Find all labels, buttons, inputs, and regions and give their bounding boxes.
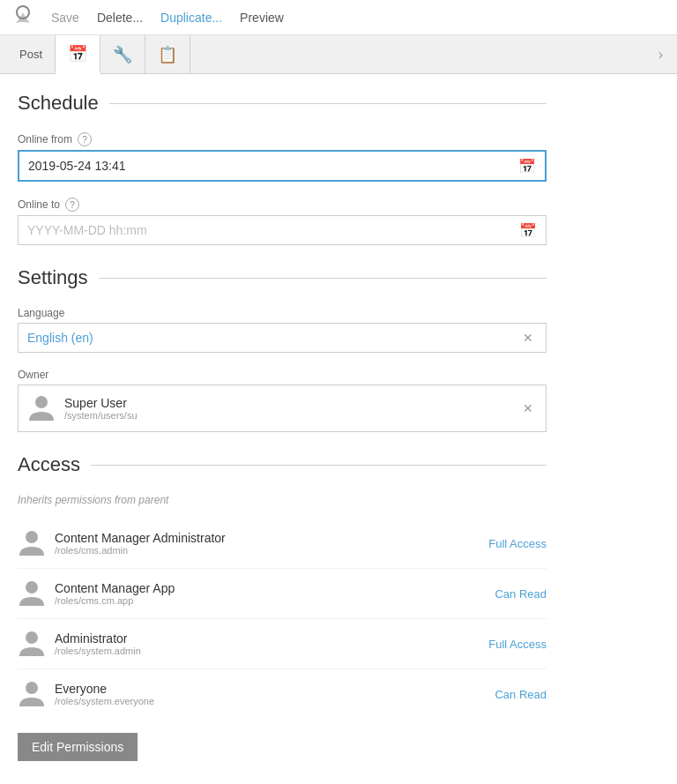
owner-clear-icon[interactable]: ✕ <box>519 401 537 415</box>
owner-label: Owner <box>18 369 547 381</box>
delete-button[interactable]: Delete... <box>88 7 152 28</box>
top-toolbar: Save Delete... Duplicate... Preview <box>0 0 677 35</box>
clipboard-tab-icon: 📋 <box>158 45 177 64</box>
svg-point-3 <box>26 581 38 594</box>
access-permission: Full Access <box>458 537 547 550</box>
access-section-line <box>91 465 547 466</box>
access-inherit-note: Inherits permissions from parent <box>18 494 547 506</box>
access-title: Access <box>18 453 80 476</box>
access-permission: Can Read <box>458 688 547 701</box>
access-row: Administrator /roles/system.admin Full A… <box>18 619 547 669</box>
online-to-input[interactable] <box>19 216 510 244</box>
calendar-tab-icon: 📅 <box>68 44 87 63</box>
preview-button[interactable]: Preview <box>231 7 293 28</box>
access-user-icon <box>18 628 46 660</box>
online-to-label: Online to ? <box>18 198 547 212</box>
online-from-label: Online from ? <box>18 132 547 146</box>
access-section-header: Access <box>18 453 547 476</box>
owner-group: Owner Super User /system/users/su ✕ <box>18 369 547 432</box>
svg-point-1 <box>35 396 48 408</box>
online-from-input[interactable] <box>19 152 510 180</box>
online-to-input-wrapper: 📅 <box>18 215 547 245</box>
language-value: English (en) <box>27 331 519 345</box>
access-user-path: /roles/cms.cm.app <box>55 595 458 606</box>
access-row: Content Manager Administrator /roles/cms… <box>18 519 547 569</box>
wrench-tab-icon: 🔧 <box>113 45 132 64</box>
save-button[interactable]: Save <box>42 7 88 28</box>
language-select-wrapper: English (en) ✕ <box>18 323 547 353</box>
settings-section-header: Settings <box>18 266 547 289</box>
duplicate-button[interactable]: Duplicate... <box>152 7 231 28</box>
settings-section-line <box>99 278 547 279</box>
settings-title: Settings <box>18 266 88 289</box>
language-label: Language <box>18 307 547 319</box>
access-user-path: /roles/cms.admin <box>55 545 458 556</box>
post-label: Post <box>19 48 42 61</box>
online-to-calendar-icon[interactable]: 📅 <box>510 217 546 244</box>
tab-clipboard[interactable]: 📋 <box>145 35 190 74</box>
schedule-section-line <box>109 103 547 104</box>
owner-wrapper: Super User /system/users/su ✕ <box>18 385 547 432</box>
language-clear-icon[interactable]: ✕ <box>519 331 537 345</box>
owner-name: Super User <box>64 396 519 410</box>
access-row: Everyone /roles/system.everyone Can Read <box>18 669 547 719</box>
access-user-info: Everyone /roles/system.everyone <box>55 682 458 706</box>
access-user-info: Content Manager Administrator /roles/cms… <box>55 531 458 556</box>
schedule-title: Schedule <box>18 92 99 115</box>
collapse-icon[interactable]: › <box>658 47 670 63</box>
access-user-info: Content Manager App /roles/cms.cm.app <box>55 581 458 606</box>
online-to-group: Online to ? 📅 <box>18 198 547 245</box>
access-user-info: Administrator /roles/system.admin <box>55 631 458 656</box>
online-from-group: Online from ? 📅 <box>18 132 547 182</box>
edit-permissions-button[interactable]: Edit Permissions <box>18 733 138 761</box>
owner-path: /system/users/su <box>64 410 519 421</box>
main-content: Schedule Online from ? 📅 Online to ? 📅 S… <box>0 74 564 779</box>
access-user-path: /roles/system.admin <box>55 646 458 656</box>
access-row: Content Manager App /roles/cms.cm.app Ca… <box>18 569 547 619</box>
access-list: Content Manager Administrator /roles/cms… <box>18 519 547 719</box>
access-user-icon <box>18 678 46 710</box>
online-from-calendar-icon[interactable]: 📅 <box>510 153 545 180</box>
svg-point-2 <box>26 531 38 543</box>
schedule-section-header: Schedule <box>18 92 547 115</box>
access-permission: Can Read <box>458 587 547 601</box>
online-to-help-icon[interactable]: ? <box>65 198 79 212</box>
owner-info: Super User /system/users/su <box>64 396 519 421</box>
access-user-path: /roles/system.everyone <box>55 696 458 706</box>
tab-post[interactable]: Post <box>7 35 56 74</box>
secondary-toolbar: Post 📅 🔧 📋 › <box>0 35 677 74</box>
online-from-help-icon[interactable]: ? <box>78 132 92 146</box>
logo-icon <box>11 4 35 31</box>
owner-avatar-icon <box>27 392 56 424</box>
language-group: Language English (en) ✕ <box>18 307 547 353</box>
tab-calendar[interactable]: 📅 <box>56 35 100 74</box>
access-user-name: Content Manager Administrator <box>55 531 458 545</box>
access-user-name: Content Manager App <box>55 581 458 595</box>
svg-point-4 <box>26 631 38 644</box>
access-user-name: Administrator <box>55 631 458 646</box>
tab-wrench[interactable]: 🔧 <box>100 35 145 74</box>
online-from-input-wrapper: 📅 <box>18 150 547 182</box>
svg-point-5 <box>26 682 38 694</box>
access-user-name: Everyone <box>55 682 458 696</box>
access-user-icon <box>18 578 46 609</box>
access-user-icon <box>18 527 46 559</box>
access-permission: Full Access <box>458 638 547 651</box>
